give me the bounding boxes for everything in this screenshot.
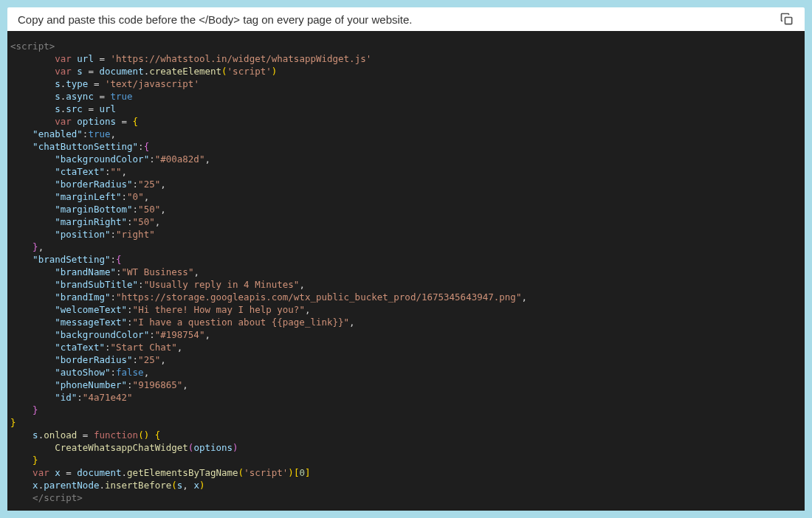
code-scripttype: text/javascript [111, 78, 194, 89]
copy-icon[interactable] [780, 12, 794, 27]
bs-bg: #198754 [160, 329, 199, 340]
bs-auto: false [116, 367, 144, 378]
header-instruction: Copy and paste this code before the </Bo… [18, 13, 413, 26]
code-enabled: true [88, 128, 110, 139]
cb-ml: 0 [133, 191, 139, 202]
cb-pos: right [122, 229, 150, 240]
bs-phone: 9196865 [138, 379, 177, 390]
bs-msg: I have a question about {{page_link}} [138, 317, 343, 328]
svg-rect-0 [785, 18, 792, 24]
code-url: https://whatstool.in/widget/whatsappWidg… [116, 53, 366, 64]
bs-img: https://storage.googleapis.com/wtx_publi… [122, 291, 516, 303]
bs-id: 4a71e42 [88, 392, 127, 403]
bs-name: WT Business [127, 266, 188, 277]
bs-br: 25 [144, 354, 155, 365]
code-snippet-container: Copy and paste this code before the </Bo… [7, 7, 805, 511]
cb-mr: 50 [138, 216, 149, 227]
code-block[interactable]: <script> var url = 'https://whatstool.in… [7, 31, 805, 511]
bs-welcome: Hi there! How may I help you? [138, 304, 299, 315]
cb-br: 25 [144, 179, 155, 190]
header-bar: Copy and paste this code before the </Bo… [7, 7, 805, 31]
bs-cta: Start Chat [116, 342, 171, 353]
cb-bg: #00a82d [160, 153, 199, 165]
bs-sub: Usually reply in 4 Minutes [149, 279, 294, 290]
cb-mb: 50 [144, 204, 155, 215]
code-async: true [111, 91, 133, 102]
